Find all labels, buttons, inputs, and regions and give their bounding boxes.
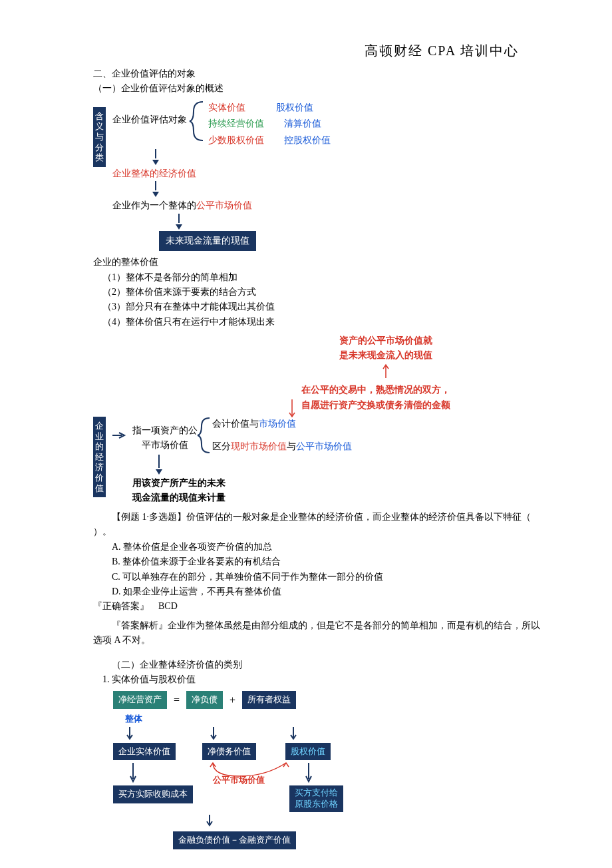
diagram2-vertical-label: 企 业 的 经 济 价 值 [93,417,106,497]
arrow-down-icon [126,727,133,740]
diagram1-vertical-label: 含 义 与 分 类 [93,107,106,167]
list1-title: 企业的整体价值 [93,255,545,270]
plus-icon: + [230,692,235,709]
d1-node-3: 企业作为一个整体的公平市场价值企业作为一个整体的公平市场价值 [112,200,252,210]
diagram-1: 含 义 与 分 类 企业价值评估对象 实体价值股权价值 持续经营价值清算价值 少… [93,101,545,251]
d2-r2b: 现时市场价值 [231,441,287,451]
explain-line: 『答案解析』企业作为整体虽然是由部分组成的，但是它不是各部分的简单相加，而是有机… [93,618,545,648]
list1-i3: （3）部分只有在整体中才能体现出其价值 [93,300,545,314]
d3-r2c: 股权价值 [285,743,331,761]
arrow-down-icon [152,192,159,197]
d3-r3b: 买方支付给原股东价格 [289,785,343,812]
arrow-right-icon [112,433,126,506]
d3-lbl1: 整体 [125,714,142,724]
d3-r3a: 买方实际收购成本 [113,785,193,803]
arrow-down-icon [206,815,213,827]
question-stem: 【例题 1·多选题】价值评估的一般对象是企业整体的经济价值，而企业整体的经济价值… [93,510,545,540]
arrow-up-icon [382,363,389,378]
d2-mid1: 在公平的交易中，熟悉情况的双方， [206,383,545,397]
equals-icon: = [174,692,180,709]
d1-r1b: 股权价值 [276,101,313,115]
opt-b: B. 整体价值来源于企业各要素的有机结合 [93,554,545,569]
section-heading-2a: （一）企业价值评估对象的概述 [93,81,545,96]
d1-node-4: 未来现金流量的现值 [159,231,256,251]
d2-r1b: 市场价值 [259,419,296,429]
answer-line: 『正确答案』 BCD [93,599,545,614]
d2-r2c: 与 [287,441,296,451]
arrow-down-icon [176,224,182,230]
section-2-2: （二）企业整体经济价值的类别 [93,658,545,672]
d1-r1a: 实体价值 [208,101,245,115]
d2-c1b: 平市场价值 [132,438,198,453]
brace-icon [190,101,206,142]
arrow-down-icon [290,727,297,740]
d2-top2: 是未来现金流入的现值 [226,348,545,363]
brace-icon [198,417,212,454]
d3-fm: 公平市场价值 [213,773,265,787]
connector-icon [252,398,332,418]
list1-i4: （4）整体价值只有在运行中才能体现出来 [93,315,545,329]
arrow-down-icon [210,727,217,740]
diagram-3: 净经营资产 = 净负债 + 所有者权益 整体 企业实体价值 净债务价值 股权价值… [113,691,545,849]
d3-r4: 金融负债价值－金融资产价值 [173,831,296,849]
d2-bot1: 用该资产所产生的未来 [132,476,352,491]
d3-r1c: 所有者权益 [242,691,296,709]
d2-top1: 资产的公平市场价值就 [226,333,545,348]
d1-r3b: 控股权价值 [284,133,331,148]
list1-i2: （2）整体价值来源于要素的结合方式 [93,285,545,300]
section-2-2-1: 1. 实体价值与股权价值 [93,672,545,687]
d2-r1a: 会计价值与 [212,419,259,429]
arrow-down-icon [152,160,159,165]
opt-c: C. 可以单独存在的部分，其单独价值不同于作为整体一部分的价值 [93,570,545,584]
opt-a: A. 整体价值是企业各项资产价值的加总 [93,540,545,554]
page-header: 高顿财经 CPA 培训中心 [93,40,545,61]
arrow-down-icon [156,469,162,475]
d2-r2a: 区分 [212,441,231,451]
d1-node-2: 企业整体的经济价值 [112,168,196,178]
d1-r2a: 持续经营价值 [208,116,264,131]
list1-i1: （1）整体不是各部分的简单相加 [93,270,545,285]
section-heading-2: 二、企业价值评估的对象 [93,67,545,81]
d3-r1a: 净经营资产 [113,691,167,709]
d3-r2a: 企业实体价值 [113,743,176,761]
d3-r2b: 净债务价值 [202,743,256,761]
opt-d: D. 如果企业停止运营，不再具有整体价值 [93,584,545,599]
d2-r2d: 公平市场价值 [296,441,352,451]
diagram-2: 资产的公平市场价值就 是未来现金流入的现值 在公平的交易中，熟悉情况的双方， 自… [93,333,545,506]
d3-r1b: 净负债 [186,691,223,709]
d1-r2b: 清算价值 [284,116,321,131]
d1-node-1: 企业价值评估对象 [112,114,187,124]
d1-r3a: 少数股权价值 [208,133,264,148]
d2-bot2: 现金流量的现值来计量 [132,491,352,505]
header-title: 高顿财经 CPA 培训中心 [365,43,519,58]
d2-c1a: 指一项资产的公 [132,423,198,438]
